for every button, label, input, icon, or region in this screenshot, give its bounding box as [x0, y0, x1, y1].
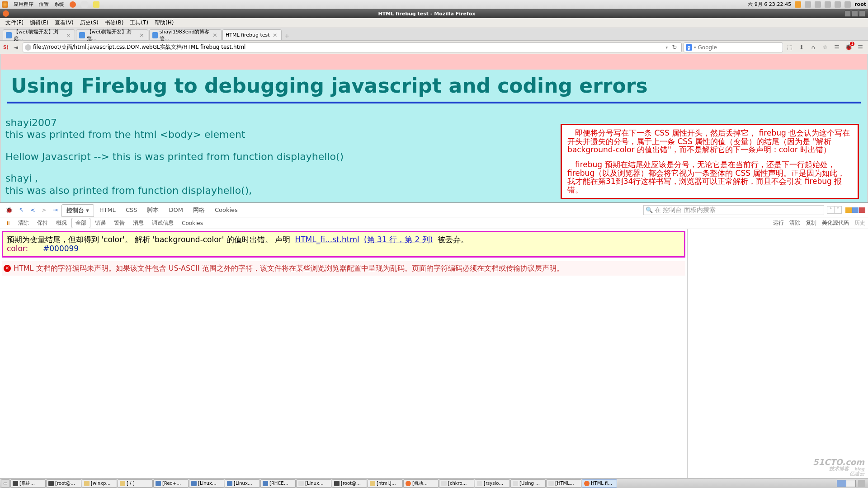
- display-icon[interactable]: [815, 1, 821, 8]
- task-item[interactable]: [Linux…: [189, 479, 224, 488]
- task-item[interactable]: [html,j…: [368, 479, 403, 488]
- fb-close-button[interactable]: [859, 207, 865, 213]
- menu-history[interactable]: 历史(S): [77, 19, 101, 27]
- task-item[interactable]: [Linux…: [296, 479, 331, 488]
- command-editor[interactable]: [687, 229, 868, 478]
- task-item[interactable]: [ / ]: [118, 479, 153, 488]
- task-item[interactable]: [winxp…: [82, 479, 117, 488]
- firebug-search[interactable]: 🔍在 控制台 面板内搜索: [643, 205, 824, 215]
- action-history[interactable]: 历史: [854, 219, 865, 227]
- tab-script[interactable]: 脚本: [142, 204, 163, 216]
- engine-dropdown-icon[interactable]: ▾: [694, 45, 696, 50]
- sub-all[interactable]: 全部: [71, 218, 90, 228]
- bookmark-star-icon[interactable]: ☆: [820, 42, 830, 52]
- warning-link[interactable]: HTML_fi...st.html: [295, 235, 359, 244]
- mail-launcher-icon[interactable]: [81, 1, 88, 8]
- maximize-button[interactable]: [852, 10, 858, 17]
- keyboard-icon[interactable]: [844, 1, 851, 8]
- menu-view[interactable]: 查看(V): [52, 19, 76, 27]
- tab-css[interactable]: CSS: [121, 205, 142, 215]
- search-box[interactable]: g▾: [684, 42, 783, 52]
- url-box[interactable]: ▾ ↻: [23, 42, 682, 52]
- firefox-launcher-icon[interactable]: [70, 1, 76, 8]
- url-input[interactable]: [33, 44, 664, 51]
- apps-menu[interactable]: 应用程序: [14, 1, 33, 8]
- volume-icon[interactable]: [825, 1, 831, 8]
- minimize-button[interactable]: [844, 10, 851, 17]
- back-button[interactable]: ◄: [11, 42, 21, 52]
- menu-tools[interactable]: 工具(T): [127, 19, 151, 27]
- show-desktop-button[interactable]: ▭: [1, 479, 10, 488]
- close-icon[interactable]: ×: [212, 32, 218, 38]
- close-icon[interactable]: ×: [138, 32, 145, 38]
- html-error-row[interactable]: ✕ HTML 文档的字符编码未声明。如果该文件包含 US-ASCII 范围之外的…: [2, 261, 685, 276]
- places-menu[interactable]: 位置: [39, 1, 49, 8]
- downloads-icon[interactable]: ⬇: [797, 42, 807, 52]
- note-launcher-icon[interactable]: [93, 1, 99, 8]
- sub-debug[interactable]: 调试信息: [148, 218, 177, 228]
- firebug-pager[interactable]: ˄˅: [827, 206, 842, 214]
- tab-dom[interactable]: DOM: [164, 205, 187, 215]
- task-item[interactable]: [root@…: [332, 479, 367, 488]
- menu-icon[interactable]: ☰: [855, 42, 865, 52]
- css-warning-row[interactable]: 预期为变量结尾，但却得到 'color'。 解析 'background-col…: [2, 231, 685, 258]
- action-run[interactable]: 运行: [773, 219, 784, 227]
- task-item[interactable]: [rsyslo…: [475, 479, 510, 488]
- battery-icon[interactable]: [835, 1, 841, 8]
- menu-edit[interactable]: 编辑(E): [27, 19, 51, 27]
- close-icon[interactable]: ×: [272, 32, 278, 38]
- pager-down-icon[interactable]: ˅: [835, 206, 841, 213]
- break-icon[interactable]: ⏸: [3, 218, 14, 228]
- clock-label[interactable]: 六 9月 6 23:22:45: [748, 1, 791, 8]
- update-icon[interactable]: [795, 1, 801, 8]
- fb-minimize-button[interactable]: [845, 207, 852, 213]
- pager-up-icon[interactable]: ˄: [827, 206, 835, 213]
- menu-bookmarks[interactable]: 书签(B): [102, 19, 127, 27]
- user-label[interactable]: root: [854, 1, 866, 7]
- task-item[interactable]: [系统…: [10, 479, 46, 488]
- menu-file[interactable]: 文件(F): [3, 19, 26, 27]
- tab-cookies[interactable]: Cookies: [210, 205, 242, 215]
- action-beautify[interactable]: 美化源代码: [822, 219, 849, 227]
- trash-icon[interactable]: [858, 480, 865, 487]
- firebug-icon[interactable]: 🐞1: [844, 42, 854, 52]
- tab-console[interactable]: 控制台 ▾: [61, 204, 94, 217]
- task-item[interactable]: [Linux…: [225, 479, 260, 488]
- firebug-toggle-icon[interactable]: 🐞: [3, 205, 15, 215]
- task-item[interactable]: [Red+…: [153, 479, 189, 488]
- fb-detach-button[interactable]: [852, 207, 859, 213]
- workspace-switcher[interactable]: [837, 480, 856, 487]
- window-titlebar[interactable]: HTML firebug test - Mozilla Firefox: [0, 9, 868, 18]
- close-icon[interactable]: ×: [65, 32, 72, 38]
- task-item[interactable]: HTML fi…: [582, 479, 617, 488]
- tab-1[interactable]: 【web前端开发】浏览…×: [3, 29, 75, 40]
- close-button[interactable]: [859, 10, 865, 17]
- network-icon[interactable]: [805, 1, 811, 8]
- menu-help[interactable]: 帮助(H): [152, 19, 176, 27]
- tab-3[interactable]: shayi1983end的博客管…×: [149, 29, 222, 40]
- action-clear[interactable]: 清除: [789, 219, 800, 227]
- system-menu[interactable]: 系统: [54, 1, 64, 8]
- url-dropdown-icon[interactable]: ▾: [665, 45, 668, 50]
- new-tab-button[interactable]: +: [283, 31, 292, 40]
- tab-net[interactable]: 网络: [189, 204, 209, 216]
- task-item[interactable]: [Using …: [510, 479, 546, 488]
- lego-icon[interactable]: ⬚: [785, 42, 795, 52]
- sub-info[interactable]: 消息: [129, 218, 147, 228]
- sub-cookies[interactable]: Cookies: [178, 219, 207, 227]
- tab-2[interactable]: 【web前端开发】浏览…×: [76, 29, 148, 40]
- sub-persist[interactable]: 保持: [33, 218, 52, 228]
- search-input[interactable]: [698, 44, 781, 51]
- task-item[interactable]: [RHCE…: [260, 479, 296, 488]
- sub-errors[interactable]: 错误: [91, 218, 109, 228]
- task-item[interactable]: [HTML…: [546, 479, 581, 488]
- next-icon[interactable]: >: [39, 205, 49, 215]
- home-icon[interactable]: ⌂: [808, 42, 818, 52]
- sub-clear[interactable]: 清除: [14, 218, 33, 228]
- prev-icon[interactable]: <: [28, 205, 38, 215]
- stumble-icon[interactable]: S): [3, 44, 9, 51]
- task-item[interactable]: [chkro…: [439, 479, 474, 488]
- task-item[interactable]: [root@…: [46, 479, 81, 488]
- reload-button[interactable]: ↻: [670, 42, 679, 52]
- task-item[interactable]: [机动…: [403, 479, 439, 488]
